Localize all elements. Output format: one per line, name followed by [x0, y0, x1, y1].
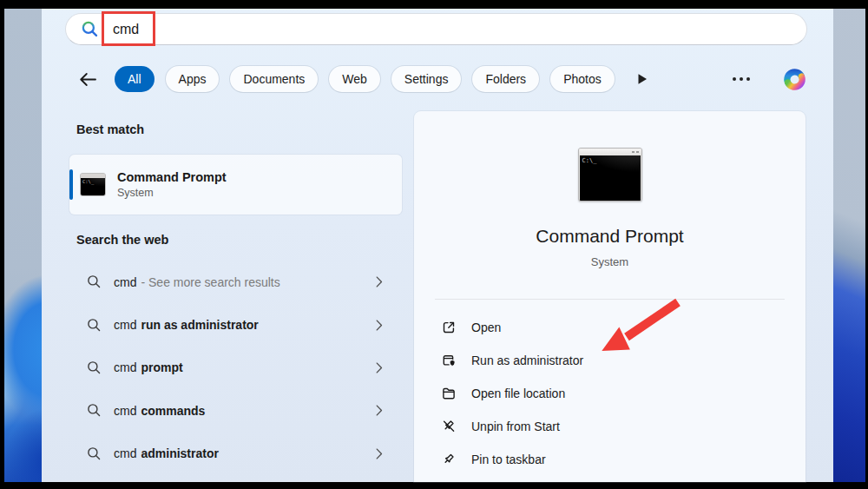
- action-open-file-location[interactable]: Open file location: [414, 377, 806, 410]
- back-arrow-icon: [78, 72, 97, 87]
- search-the-web-heading: Search the web: [76, 233, 168, 247]
- best-match-heading: Best match: [76, 122, 144, 136]
- preview-pane: C:\_ Command Prompt System: [414, 111, 806, 482]
- action-open[interactable]: Open: [414, 311, 806, 344]
- search-icon: [87, 446, 102, 461]
- best-match-result[interactable]: C:\_ Command Prompt System: [69, 155, 402, 215]
- unpin-from-start-icon: [441, 419, 457, 434]
- action-pin-to-taskbar[interactable]: Pin to taskbar: [414, 443, 806, 476]
- chevron-right-icon: [375, 404, 383, 417]
- run-as-administrator-icon: [441, 353, 457, 368]
- suggestion-row[interactable]: cmdadministrator: [69, 433, 402, 475]
- selection-accent-bar: [69, 169, 73, 200]
- best-match-title: Command Prompt: [117, 170, 227, 184]
- windows-search-screen: All Apps Documents Web Settings Folders …: [0, 0, 868, 489]
- ellipsis-icon: [733, 77, 736, 81]
- tab-web[interactable]: Web: [329, 66, 380, 92]
- pin-to-taskbar-icon: [441, 452, 457, 467]
- filter-tabs-row: All Apps Documents Web Settings Folders …: [76, 64, 809, 94]
- tab-apps[interactable]: Apps: [166, 66, 220, 92]
- action-unpin-from-start[interactable]: Unpin from Start: [414, 410, 806, 443]
- search-input[interactable]: [113, 22, 720, 37]
- web-suggestions-list: cmd- See more search results cmdrun as a…: [69, 261, 402, 475]
- actions-list: Open Run as administrator: [414, 311, 806, 476]
- wallpaper-right: [833, 9, 865, 482]
- search-icon: [87, 403, 102, 418]
- search-icon: [87, 360, 102, 375]
- search-flyout-panel: All Apps Documents Web Settings Folders …: [42, 9, 833, 482]
- search-icon: [81, 20, 99, 38]
- suggestion-row[interactable]: cmd- See more search results: [69, 261, 402, 303]
- chevron-right-icon: [375, 319, 383, 332]
- search-icon: [87, 318, 102, 333]
- more-filters-button[interactable]: [637, 73, 648, 85]
- play-icon: [637, 73, 648, 85]
- options-button[interactable]: [731, 72, 752, 86]
- open-icon: [441, 320, 457, 335]
- command-prompt-icon: C:\_: [80, 173, 106, 196]
- preview-subtitle: System: [414, 255, 806, 268]
- suggestion-row[interactable]: cmdrun as administrator: [69, 303, 402, 346]
- copilot-button[interactable]: [780, 65, 809, 94]
- tab-photos[interactable]: Photos: [550, 66, 615, 92]
- best-match-subtitle: System: [117, 187, 227, 199]
- tab-documents[interactable]: Documents: [230, 66, 318, 92]
- chevron-right-icon: [375, 361, 383, 374]
- tab-folders[interactable]: Folders: [472, 66, 539, 92]
- suggestion-row[interactable]: cmdcommands: [69, 389, 402, 432]
- command-prompt-icon-large: C:\_: [578, 148, 642, 202]
- action-run-as-administrator[interactable]: Run as administrator: [414, 344, 806, 377]
- preview-title: Command Prompt: [414, 226, 806, 247]
- back-button[interactable]: [76, 68, 99, 90]
- divider: [435, 299, 785, 300]
- open-file-location-icon: [441, 386, 457, 401]
- wallpaper-left: [4, 9, 42, 482]
- tab-all[interactable]: All: [115, 66, 155, 92]
- suggestion-row[interactable]: cmdprompt: [69, 347, 402, 389]
- search-icon: [87, 274, 102, 289]
- chevron-right-icon: [375, 275, 383, 288]
- chevron-right-icon: [375, 447, 383, 460]
- copilot-icon: [780, 65, 809, 94]
- desktop: All Apps Documents Web Settings Folders …: [4, 9, 865, 482]
- search-box[interactable]: [65, 13, 807, 45]
- tab-settings[interactable]: Settings: [391, 66, 462, 92]
